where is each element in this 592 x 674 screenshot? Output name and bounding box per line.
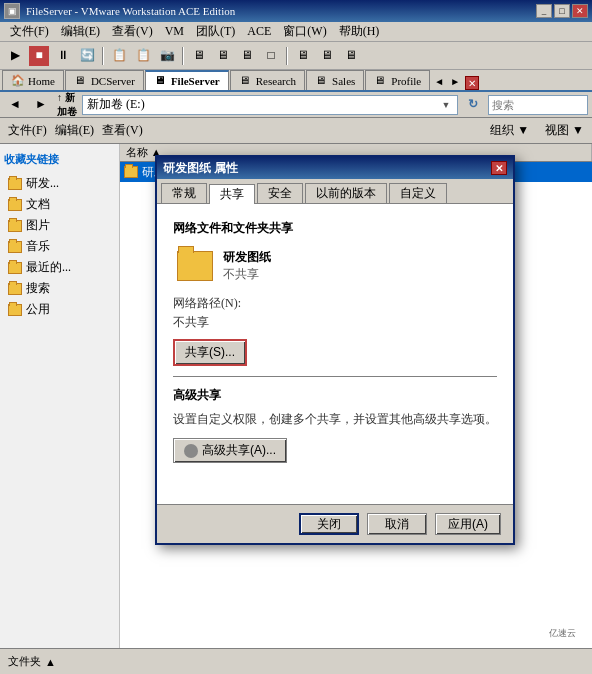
share-icon-row: 研发图纸 不共享 — [173, 245, 497, 287]
dialog-tab-share[interactable]: 共享 — [209, 184, 255, 204]
dialog-tab-custom[interactable]: 自定义 — [389, 183, 447, 203]
advanced-share-button[interactable]: 高级共享(A)... — [173, 438, 287, 463]
modal-overlay: 研发图纸 属性 ✕ 常规 共享 安全 以前的版本 自定义 网络文件和文件夹共享 … — [0, 0, 592, 674]
share-info: 研发图纸 不共享 — [223, 249, 271, 283]
dialog-close-button[interactable]: ✕ — [491, 161, 507, 175]
dialog-cancel-btn[interactable]: 取消 — [367, 513, 427, 535]
network-path-value: 不共享 — [173, 314, 497, 331]
network-path-label: 网络路径(N): — [173, 295, 497, 312]
advanced-btn-label: 高级共享(A)... — [202, 442, 276, 459]
dialog-tab-previous[interactable]: 以前的版本 — [305, 183, 387, 203]
dialog-tab-security[interactable]: 安全 — [257, 183, 303, 203]
dialog-apply-btn[interactable]: 应用(A) — [435, 513, 501, 535]
share-button[interactable]: 共享(S)... — [173, 339, 247, 366]
property-dialog: 研发图纸 属性 ✕ 常规 共享 安全 以前的版本 自定义 网络文件和文件夹共享 … — [155, 155, 515, 545]
share-btn-row: 共享(S)... — [173, 339, 497, 366]
big-folder-icon — [177, 251, 213, 281]
dialog-footer: 关闭 取消 应用(A) — [157, 504, 513, 543]
dialog-tab-general[interactable]: 常规 — [161, 183, 207, 203]
network-share-title: 网络文件和文件夹共享 — [173, 220, 497, 237]
dialog-tabs: 常规 共享 安全 以前的版本 自定义 — [157, 179, 513, 204]
divider — [173, 376, 497, 377]
dialog-title-text: 研发图纸 属性 — [163, 160, 491, 177]
advanced-desc: 设置自定义权限，创建多个共享，并设置其他高级共享选项。 — [173, 410, 497, 428]
advanced-section-title: 高级共享 — [173, 387, 497, 404]
dialog-title-bar: 研发图纸 属性 ✕ — [157, 157, 513, 179]
gear-icon — [184, 444, 198, 458]
share-folder-name: 研发图纸 — [223, 249, 271, 266]
share-status: 不共享 — [223, 266, 271, 283]
dialog-close-btn[interactable]: 关闭 — [299, 513, 359, 535]
dialog-content: 网络文件和文件夹共享 研发图纸 不共享 网络路径(N): 不共享 共享(S)..… — [157, 204, 513, 504]
